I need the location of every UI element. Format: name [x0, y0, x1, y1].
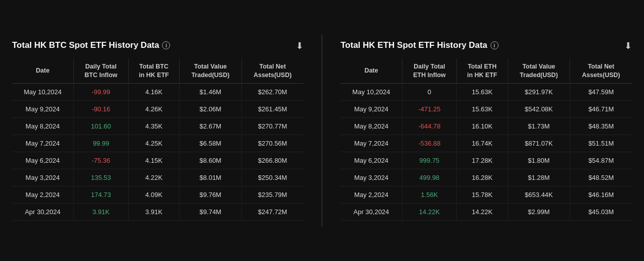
table-row: May 3,2024 499.98 16.28K $1.28M $48.52M: [341, 169, 632, 186]
btc-col-traded: Total ValueTraded(USD): [179, 58, 242, 83]
btc-inflow-cell: 99.99: [73, 135, 128, 152]
eth-total-cell: 15.63K: [457, 83, 508, 100]
table-row: May 10,2024 -99.99 4.16K $1.46M $262.70M: [12, 83, 303, 100]
eth-date-cell: May 7,2024: [341, 135, 402, 152]
eth-traded-cell: $1.28M: [508, 169, 570, 186]
eth-panel-header: Total HK ETH Spot ETF History Data i ⬇: [341, 40, 632, 51]
eth-traded-cell: $542.08K: [508, 100, 570, 117]
eth-info-icon[interactable]: i: [491, 41, 499, 49]
btc-table-header-row: Date Daily TotalBTC Inflow Total BTCin H…: [12, 58, 303, 83]
btc-assets-cell: $262.70M: [242, 83, 303, 100]
eth-inflow-cell: 0: [402, 83, 456, 100]
btc-assets-cell: $270.56M: [242, 135, 303, 152]
eth-inflow-cell: 1.56K: [402, 186, 456, 203]
btc-traded-cell: $2.06M: [179, 100, 242, 117]
btc-date-cell: May 8,2024: [12, 117, 73, 135]
btc-assets-cell: $266.80M: [242, 152, 303, 169]
table-row: May 7,2024 99.99 4.25K $6.58M $270.56M: [12, 135, 303, 152]
table-row: May 8,2024 -644.78 16.10K $1.73M $48.35M: [341, 117, 632, 135]
table-row: May 2,2024 1.56K 15.78K $653.44K $46.16M: [341, 186, 632, 203]
table-row: May 3,2024 135.53 4.22K $8.01M $250.34M: [12, 169, 303, 186]
eth-total-cell: 15.63K: [457, 100, 508, 117]
btc-inflow-cell: 135.53: [73, 169, 128, 186]
eth-col-total: Total ETHin HK ETF: [457, 58, 508, 83]
eth-assets-cell: $48.52M: [570, 169, 632, 186]
btc-traded-cell: $8.60M: [179, 152, 242, 169]
eth-col-inflow: Daily TotalETH Inflow: [402, 58, 456, 83]
eth-traded-cell: $653.44K: [508, 186, 570, 203]
eth-col-traded: Total ValueTraded(USD): [508, 58, 570, 83]
btc-traded-cell: $9.76M: [179, 186, 242, 203]
eth-col-assets: Total NetAssets(USD): [570, 58, 632, 83]
btc-traded-cell: $2.67M: [179, 117, 242, 135]
btc-inflow-cell: -75.36: [73, 152, 128, 169]
eth-traded-cell: $871.07K: [508, 135, 570, 152]
table-row: Apr 30,2024 3.91K 3.91K $9.74M $247.72M: [12, 203, 303, 220]
eth-date-cell: May 3,2024: [341, 169, 402, 186]
btc-total-cell: 4.22K: [128, 169, 179, 186]
eth-inflow-cell: -644.78: [402, 117, 456, 135]
table-row: Apr 30,2024 14.22K 14.22K $2.99M $45.03M: [341, 203, 632, 220]
eth-panel-title: Total HK ETH Spot ETF History Data i: [341, 40, 499, 50]
eth-assets-cell: $46.16M: [570, 186, 632, 203]
eth-inflow-cell: 14.22K: [402, 203, 456, 220]
eth-inflow-cell: -536.88: [402, 135, 456, 152]
btc-date-cell: Apr 30,2024: [12, 203, 73, 220]
eth-assets-cell: $54.87M: [570, 152, 632, 169]
table-row: May 8,2024 101.60 4.35K $2.67M $270.77M: [12, 117, 303, 135]
eth-inflow-cell: 999.75: [402, 152, 456, 169]
btc-date-cell: May 2,2024: [12, 186, 73, 203]
btc-title-text: Total HK BTC Spot ETF History Data: [12, 40, 159, 50]
eth-traded-cell: $1.73M: [508, 117, 570, 135]
btc-inflow-cell: 174.73: [73, 186, 128, 203]
eth-inflow-cell: 499.98: [402, 169, 456, 186]
btc-date-cell: May 6,2024: [12, 152, 73, 169]
table-row: May 6,2024 -75.36 4.15K $8.60M $266.80M: [12, 152, 303, 169]
btc-total-cell: 4.35K: [128, 117, 179, 135]
btc-inflow-cell: 101.60: [73, 117, 128, 135]
table-row: May 9,2024 -90.16 4.26K $2.06M $261.45M: [12, 100, 303, 117]
btc-panel-title: Total HK BTC Spot ETF History Data i: [12, 40, 170, 50]
eth-panel: Total HK ETH Spot ETF History Data i ⬇ D…: [333, 34, 640, 227]
eth-inflow-cell: -471.25: [402, 100, 456, 117]
eth-total-cell: 16.74K: [457, 135, 508, 152]
btc-date-cell: May 3,2024: [12, 169, 73, 186]
btc-total-cell: 4.25K: [128, 135, 179, 152]
eth-download-icon[interactable]: ⬇: [624, 40, 632, 51]
eth-total-cell: 14.22K: [457, 203, 508, 220]
btc-total-cell: 4.15K: [128, 152, 179, 169]
btc-inflow-cell: -99.99: [73, 83, 128, 100]
eth-table-header-row: Date Daily TotalETH Inflow Total ETHin H…: [341, 58, 632, 83]
btc-total-cell: 4.09K: [128, 186, 179, 203]
eth-date-cell: May 10,2024: [341, 83, 402, 100]
eth-assets-cell: $51.51M: [570, 135, 632, 152]
eth-title-text: Total HK ETH Spot ETF History Data: [341, 40, 488, 50]
btc-assets-cell: $250.34M: [242, 169, 303, 186]
btc-download-icon[interactable]: ⬇: [296, 40, 303, 51]
eth-date-cell: May 2,2024: [341, 186, 402, 203]
btc-traded-cell: $9.74M: [179, 203, 242, 220]
btc-inflow-cell: -90.16: [73, 100, 128, 117]
table-row: May 10,2024 0 15.63K $291.97K $47.59M: [341, 83, 632, 100]
eth-total-cell: 17.28K: [457, 152, 508, 169]
table-row: May 9,2024 -471.25 15.63K $542.08K $46.7…: [341, 100, 632, 117]
eth-date-cell: May 9,2024: [341, 100, 402, 117]
btc-total-cell: 4.16K: [128, 83, 179, 100]
btc-panel: Total HK BTC Spot ETF History Data i ⬇ D…: [4, 34, 311, 227]
eth-assets-cell: $45.03M: [570, 203, 632, 220]
btc-assets-cell: $270.77M: [242, 117, 303, 135]
panel-divider: [321, 34, 323, 227]
btc-col-date: Date: [12, 58, 73, 83]
btc-traded-cell: $1.46M: [179, 83, 242, 100]
btc-total-cell: 4.26K: [128, 100, 179, 117]
eth-date-cell: May 8,2024: [341, 117, 402, 135]
eth-col-date: Date: [341, 58, 402, 83]
table-row: May 2,2024 174.73 4.09K $9.76M $235.79M: [12, 186, 303, 203]
eth-assets-cell: $46.71M: [570, 100, 632, 117]
eth-traded-cell: $2.99M: [508, 203, 570, 220]
eth-date-cell: Apr 30,2024: [341, 203, 402, 220]
btc-inflow-cell: 3.91K: [73, 203, 128, 220]
btc-info-icon[interactable]: i: [162, 41, 170, 49]
eth-total-cell: 16.28K: [457, 169, 508, 186]
btc-traded-cell: $6.58M: [179, 135, 242, 152]
